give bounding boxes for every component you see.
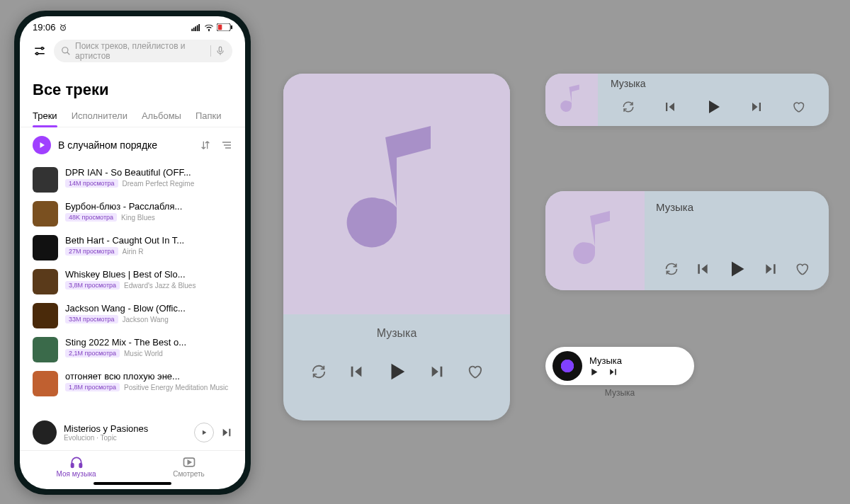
repeat-button[interactable] (311, 364, 327, 379)
wifi-icon (204, 24, 214, 31)
search-icon (61, 46, 71, 56)
music-note-icon (570, 210, 620, 271)
tab-albums[interactable]: Альбомы (142, 106, 181, 127)
repeat-button[interactable] (622, 101, 635, 113)
track-list[interactable]: DPR IAN - So Beautiful (OFF...14M просмо… (20, 163, 245, 415)
shuffle-row: В случайном порядке (20, 127, 245, 163)
svg-rect-14 (71, 464, 73, 468)
track-artwork (33, 201, 58, 227)
phone-frame: 19:06 Поиск треков, плейлистов и артисто… (14, 11, 251, 495)
track-title: DPR IAN - So Beautiful (OFF... (65, 167, 232, 178)
track-artwork (33, 303, 58, 328)
track-title: Бурбон-блюз - Расслабля... (65, 201, 232, 212)
phone-screen: 19:06 Поиск треков, плейлистов и артисто… (20, 16, 245, 489)
shuffle-label[interactable]: В случайном порядке (58, 139, 193, 151)
favorite-button[interactable] (795, 262, 809, 276)
track-row[interactable]: Whiskey Blues | Best of Slo...3,8M просм… (33, 265, 232, 299)
tabs: Треки Исполнители Альбомы Папки (20, 106, 245, 127)
alarm-icon (59, 23, 67, 32)
svg-rect-8 (218, 25, 222, 30)
track-artist: Edward's Jazz & Blues (124, 282, 196, 290)
track-row[interactable]: Бурбон-блюз - Расслабля...48K просмотраK… (33, 197, 232, 231)
views-badge: 3,8M просмотра (65, 281, 120, 290)
play-icon (200, 429, 208, 436)
svg-point-10 (41, 47, 43, 50)
battery-icon (217, 23, 232, 31)
track-title: Jackson Wang - Blow (Offic... (65, 303, 232, 314)
previous-button[interactable] (348, 364, 364, 379)
nav-my-music[interactable]: Моя музыка (20, 455, 132, 478)
track-artwork (33, 337, 58, 362)
search-input[interactable]: Поиск треков, плейлистов и артистов (54, 40, 232, 62)
next-button[interactable] (764, 262, 778, 276)
bottom-nav: Моя музыка Смотреть (20, 450, 245, 479)
repeat-button[interactable] (664, 262, 679, 276)
now-playing-artist: Evolucion · Topic (64, 434, 187, 442)
svg-point-12 (62, 47, 68, 53)
track-row[interactable]: отгоняет всю плохую эне...1,8M просмотра… (33, 367, 232, 401)
views-badge: 33M просмотра (65, 315, 118, 323)
widget-artwork (545, 191, 645, 290)
list-view-button[interactable] (221, 139, 232, 151)
home-indicator[interactable] (94, 482, 171, 485)
svg-rect-13 (219, 47, 222, 52)
sort-button[interactable] (200, 139, 211, 151)
widget-large[interactable]: Музыка (283, 74, 510, 420)
svg-rect-5 (198, 24, 200, 31)
tab-artists[interactable]: Исполнители (72, 106, 128, 127)
track-title: Beth Hart - Caught Out In T... (65, 235, 232, 246)
now-playing-bar[interactable]: Misterios y Pasiones Evolucion · Topic (20, 415, 245, 450)
tab-folders[interactable]: Папки (196, 106, 222, 127)
track-row[interactable]: Jackson Wang - Blow (Offic...33M просмот… (33, 299, 232, 333)
track-title: Sting 2022 Mix - The Best o... (65, 337, 232, 348)
sliders-icon (33, 45, 46, 57)
next-button[interactable] (429, 364, 445, 379)
previous-button[interactable] (664, 101, 676, 113)
music-note-icon (559, 84, 584, 115)
music-note-icon (340, 123, 453, 265)
nav-label: Моя музыка (56, 470, 96, 478)
play-button[interactable] (705, 98, 722, 115)
tab-tracks[interactable]: Треки (33, 106, 57, 127)
favorite-button[interactable] (792, 101, 805, 113)
views-badge: 14M просмотра (65, 179, 118, 188)
nav-watch[interactable]: Смотреть (132, 455, 245, 478)
play-button[interactable] (194, 423, 214, 442)
track-artwork (33, 235, 58, 260)
track-row[interactable]: Beth Hart - Caught Out In T...27M просмо… (33, 231, 232, 265)
track-artist: Airin R (123, 248, 144, 256)
next-button[interactable] (221, 427, 232, 438)
track-title: отгоняет всю плохую эне... (65, 371, 232, 382)
play-button[interactable] (727, 259, 747, 279)
favorite-button[interactable] (467, 364, 482, 379)
previous-button[interactable] (696, 262, 710, 276)
play-button[interactable] (386, 361, 407, 382)
widget-pill[interactable]: Музыка (545, 347, 694, 385)
track-artist: Dream Perfect Regime (123, 180, 195, 188)
microphone-icon[interactable] (215, 46, 225, 56)
nav-label: Смотреть (173, 470, 205, 478)
play-button[interactable] (589, 367, 599, 377)
svg-point-11 (36, 52, 38, 55)
track-artwork (33, 269, 58, 294)
signal-icon (191, 24, 201, 31)
play-icon (38, 141, 46, 149)
now-playing-artwork (33, 420, 57, 445)
shuffle-play-button[interactable] (33, 136, 51, 154)
video-icon (182, 455, 196, 469)
track-row[interactable]: Sting 2022 Mix - The Best o...2,1M просм… (33, 333, 232, 367)
next-button[interactable] (750, 101, 763, 113)
widget-title: Музыка (589, 355, 687, 366)
widget-controls (656, 259, 817, 283)
views-badge: 1,8M просмотра (65, 383, 120, 391)
svg-rect-1 (191, 28, 193, 30)
svg-rect-4 (197, 25, 198, 30)
widget-small[interactable]: Музыка (545, 74, 829, 126)
next-button[interactable] (608, 367, 618, 377)
widget-controls (608, 92, 819, 122)
filter-settings-button[interactable] (33, 44, 47, 58)
widget-medium[interactable]: Музыка (545, 191, 829, 290)
track-artwork (33, 167, 58, 193)
track-row[interactable]: DPR IAN - So Beautiful (OFF...14M просмо… (33, 163, 232, 197)
track-title: Whiskey Blues | Best of Slo... (65, 269, 232, 280)
